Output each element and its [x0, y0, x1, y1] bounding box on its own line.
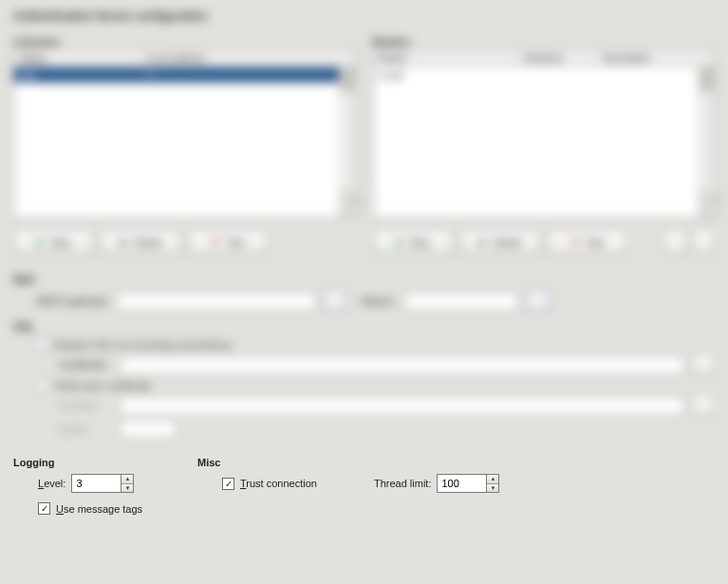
spin-up-icon[interactable]: ▲: [487, 475, 498, 483]
plus-icon: ✚: [35, 236, 47, 248]
listeners-columns[interactable]: Status Local address: [14, 50, 355, 67]
cert-label: Certificate:: [59, 359, 112, 370]
verify-peer-checkbox[interactable]: [36, 379, 48, 391]
spin-down-icon[interactable]: ▼: [121, 483, 133, 493]
realms-move-down-button[interactable]: [692, 230, 715, 254]
scroll-thumb[interactable]: [700, 68, 713, 91]
realms-panel: Realms Realm Iterations Description Loca…: [373, 36, 716, 254]
cell-status: any: [14, 69, 140, 81]
depth-label: Depth:: [59, 424, 112, 435]
col-local-address[interactable]: Local address: [140, 50, 355, 66]
btn-label: New: [50, 236, 70, 248]
table-row[interactable]: Local: [374, 67, 715, 83]
table-row[interactable]: any *:*: [14, 67, 355, 83]
gear-icon: ✿: [477, 236, 489, 248]
cafile-input: [120, 397, 684, 415]
depth-input: [120, 420, 177, 438]
plus-icon: ✚: [395, 236, 406, 248]
realms-test-button[interactable]: ⚑ Test: [548, 230, 627, 254]
scroll-down-icon[interactable]: ▼: [340, 189, 366, 217]
scrollbar[interactable]: ▲ ▼: [698, 66, 714, 217]
gateway-browse-button[interactable]: [324, 291, 346, 311]
spin-up-icon[interactable]: ▲: [121, 475, 133, 483]
logging-header: Logging: [13, 457, 165, 468]
realms-header: Realms: [373, 36, 716, 47]
return-input[interactable]: [404, 292, 518, 311]
verify-peer-label: Verify peer certificate: [54, 380, 152, 391]
use-tags-checkbox[interactable]: ✓: [38, 502, 50, 515]
misc-header: Misc: [197, 457, 715, 468]
btn-label: Test: [586, 236, 604, 248]
mail-header: Mail: [13, 273, 715, 285]
col-iterations[interactable]: Iterations: [519, 50, 598, 66]
level-input[interactable]: [71, 474, 121, 493]
level-spinner[interactable]: ▲ ▼: [71, 474, 134, 493]
gateway-label: SMTP gateway:: [36, 295, 109, 307]
gear-icon: ✿: [119, 236, 130, 248]
use-tags-label: Use message tags: [56, 503, 142, 515]
thread-limit-input[interactable]: [437, 474, 486, 493]
btn-label: Delete: [493, 236, 521, 248]
return-label: Return:: [362, 295, 396, 307]
spin-down-icon[interactable]: ▼: [487, 483, 498, 493]
gateway-input[interactable]: [117, 292, 316, 311]
flag-icon: ⚑: [211, 236, 222, 248]
listeners-test-button[interactable]: ⚑ Test: [188, 230, 268, 254]
trust-checkbox[interactable]: ✓: [222, 478, 234, 490]
scrollbar[interactable]: ▲ ▼: [339, 66, 355, 217]
realms-move-up-button[interactable]: [663, 230, 686, 254]
realms-new-button[interactable]: ✚ New: [373, 230, 453, 254]
realms-columns[interactable]: Realm Iterations Description: [374, 50, 715, 67]
trust-label: Trust connection: [240, 478, 317, 489]
ssl-header: SSL: [13, 321, 715, 332]
realms-delete-button[interactable]: ✿ Delete: [460, 230, 540, 254]
thread-limit-spinner[interactable]: ▲ ▼: [437, 474, 499, 493]
flag-icon: ⚑: [570, 236, 582, 248]
return-browse-button[interactable]: [526, 291, 549, 311]
thread-limit-label: Thread limit:: [374, 478, 432, 489]
listeners-list[interactable]: Status Local address any *:* ▲ ▼: [13, 49, 356, 218]
page-title: Authentication Server configuration: [13, 9, 715, 23]
cell-realm: Local: [374, 69, 518, 81]
cert-input[interactable]: [120, 356, 684, 374]
cell-addr: *:*: [140, 69, 355, 81]
listeners-new-button[interactable]: ✚ New: [13, 230, 93, 254]
col-realm[interactable]: Realm: [374, 50, 519, 66]
listeners-delete-button[interactable]: ✿ Delete: [101, 230, 180, 254]
btn-label: Delete: [134, 236, 162, 248]
listeners-header: Listeners: [13, 36, 356, 47]
col-description[interactable]: Description: [598, 50, 715, 66]
listeners-panel: Listeners Status Local address any *:* ▲…: [13, 36, 356, 254]
realms-list[interactable]: Realm Iterations Description Local ▲ ▼: [373, 49, 716, 218]
cafile-browse-button: [692, 395, 715, 416]
col-status[interactable]: Status: [14, 50, 140, 66]
cafile-label: CA path:: [59, 400, 112, 411]
require-ssl-checkbox[interactable]: [36, 338, 48, 350]
btn-label: Test: [226, 236, 244, 248]
btn-label: New: [410, 236, 430, 248]
scroll-down-icon[interactable]: ▼: [699, 189, 725, 217]
scroll-thumb[interactable]: [341, 68, 354, 91]
require-ssl-label: Require SSL for incoming connections: [54, 339, 232, 350]
cert-browse-button[interactable]: [692, 354, 715, 375]
level-label: Level:: [38, 478, 65, 489]
